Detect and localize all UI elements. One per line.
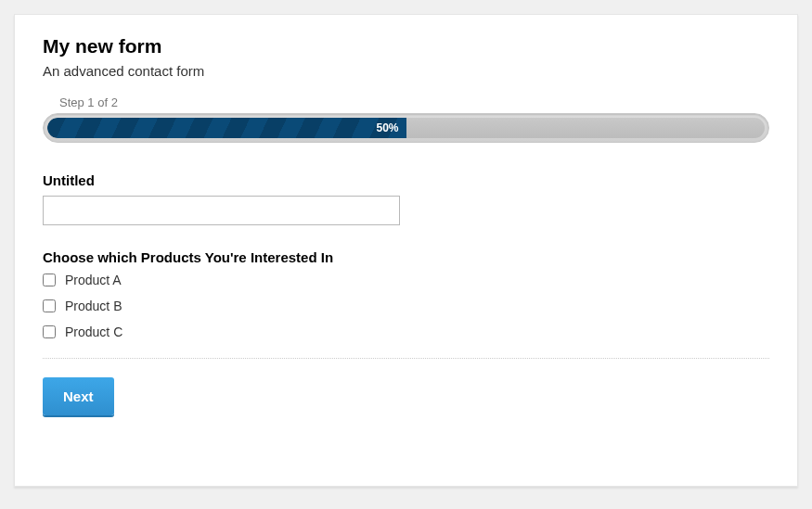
progress-outer: 50% (43, 113, 769, 143)
progress-track: 50% (47, 118, 765, 138)
products-checkbox-group: Product A Product B Product C (43, 273, 769, 359)
untitled-field-label: Untitled (43, 172, 769, 188)
progress-percent-text: 50% (376, 121, 398, 134)
progress-step-label: Step 1 of 2 (59, 95, 769, 109)
progress-bar: 50% (47, 118, 406, 138)
checkbox-product-b[interactable] (43, 299, 56, 312)
checkbox-product-c[interactable] (43, 325, 56, 338)
form-title: My new form (43, 35, 769, 57)
checkbox-product-a[interactable] (43, 274, 56, 286)
next-button[interactable]: Next (43, 377, 114, 415)
checkbox-label-product-c[interactable]: Product C (65, 324, 122, 339)
checkbox-label-product-a[interactable]: Product A (65, 273, 122, 287)
checkbox-row-product-c: Product C (43, 324, 769, 339)
checkbox-label-product-b[interactable]: Product B (65, 299, 122, 313)
form-container: My new form An advanced contact form Ste… (14, 14, 798, 487)
checkbox-row-product-b: Product B (43, 299, 769, 313)
products-field-label: Choose which Products You're Interested … (43, 249, 769, 265)
checkbox-row-product-a: Product A (43, 273, 769, 287)
form-subtitle: An advanced contact form (43, 63, 769, 79)
untitled-input[interactable] (43, 196, 400, 225)
